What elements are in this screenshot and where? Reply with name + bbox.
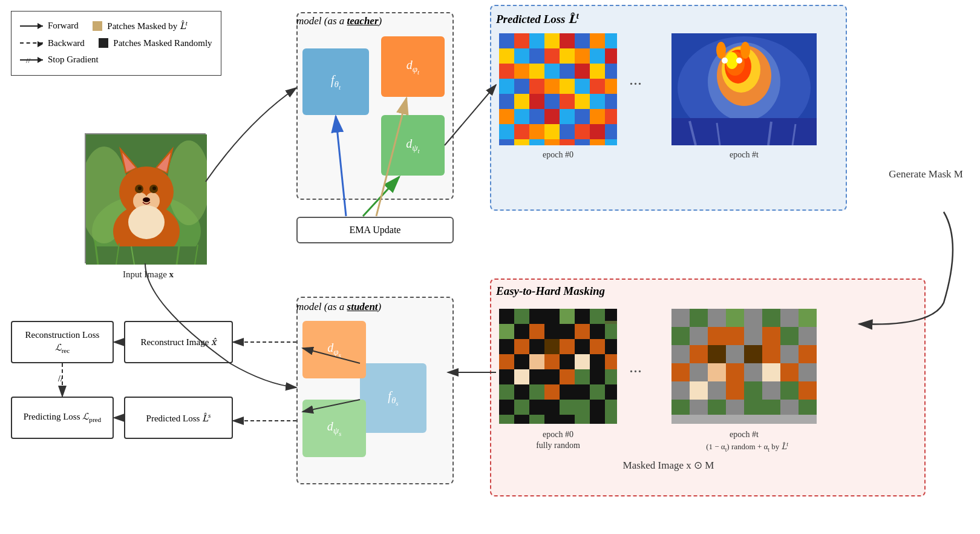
svg-rect-196: [671, 363, 690, 381]
student-d-psi-block: dψs: [302, 400, 366, 457]
reconstruction-loss-label: Reconstruction Loss ℒrec: [17, 329, 108, 356]
stop-gradient-marks: //: [58, 374, 63, 384]
svg-rect-177: [762, 309, 780, 327]
student-role: student: [347, 301, 378, 312]
svg-rect-182: [708, 327, 726, 345]
svg-rect-149: [529, 384, 544, 400]
svg-rect-85: [560, 139, 575, 145]
input-image-label: Input Image x: [88, 269, 209, 280]
svg-rect-192: [744, 345, 762, 363]
svg-rect-179: [799, 309, 817, 327]
svg-rect-121: [590, 324, 605, 339]
svg-rect-169: [590, 415, 605, 424]
svg-rect-116: [514, 324, 529, 339]
svg-rect-201: [762, 363, 780, 381]
svg-rect-143: [560, 369, 575, 384]
svg-rect-152: [575, 384, 590, 400]
svg-rect-122: [605, 324, 617, 339]
svg-rect-172: [671, 309, 690, 327]
svg-rect-217: [762, 400, 780, 415]
svg-rect-127: [560, 339, 575, 354]
svg-rect-170: [605, 415, 617, 424]
svg-point-99: [722, 58, 728, 64]
svg-rect-150: [544, 384, 560, 400]
svg-point-98: [740, 42, 750, 59]
svg-rect-56: [605, 79, 617, 94]
svg-rect-73: [499, 124, 514, 139]
student-d-phi-block: dφs: [302, 321, 366, 378]
svg-rect-188: [671, 345, 690, 363]
svg-rect-80: [605, 124, 617, 139]
svg-rect-72: [605, 109, 617, 124]
legend-backward: Backward Patches Masked Randomly: [20, 36, 212, 51]
svg-rect-139: [499, 369, 514, 384]
predicted-loss-s-box: Predicted Loss L̂s: [124, 397, 233, 439]
svg-rect-39: [590, 48, 605, 64]
svg-rect-160: [575, 400, 590, 415]
svg-rect-146: [605, 369, 617, 384]
svg-rect-159: [560, 400, 575, 415]
svg-rect-183: [726, 327, 744, 345]
svg-rect-129: [590, 339, 605, 354]
teacher-d-psi-block: dψt: [381, 115, 445, 176]
svg-rect-18: [86, 246, 207, 265]
legend-box: Forward Patches Masked by L̂t Backward P…: [11, 11, 221, 76]
reconstruct-image-box: Reconstruct Image x̂: [124, 321, 233, 363]
teacher-model-label: model (as a teacher): [296, 15, 382, 27]
svg-rect-200: [744, 363, 762, 381]
forward-arrow-icon: [20, 25, 43, 27]
svg-rect-198: [708, 363, 726, 381]
stop-gradient-arrow-icon: [20, 59, 43, 61]
svg-rect-108: [514, 309, 529, 324]
predicting-loss-box: Predicting Loss ℒpred: [11, 397, 114, 439]
svg-rect-51: [529, 79, 544, 94]
svg-rect-50: [514, 79, 529, 94]
svg-rect-119: [560, 324, 575, 339]
svg-rect-57: [499, 94, 514, 109]
svg-rect-175: [726, 309, 744, 327]
svg-rect-123: [499, 339, 514, 354]
svg-rect-186: [780, 327, 799, 345]
predicted-loss-s-label: Predicted Loss L̂s: [146, 411, 211, 425]
forward-label: Forward: [48, 18, 79, 34]
svg-rect-163: [499, 415, 514, 424]
svg-rect-70: [575, 109, 590, 124]
svg-rect-109: [529, 309, 544, 324]
generate-mask-label: Generate Mask M: [889, 168, 963, 180]
eth-dots: ...: [629, 357, 642, 377]
svg-rect-151: [560, 384, 575, 400]
svg-rect-83: [529, 139, 544, 145]
svg-rect-154: [605, 384, 617, 400]
svg-rect-74: [514, 124, 529, 139]
svg-rect-197: [690, 363, 708, 381]
svg-rect-110: [544, 309, 560, 324]
svg-point-97: [716, 42, 726, 59]
svg-rect-46: [575, 64, 590, 79]
svg-rect-138: [605, 354, 617, 369]
svg-rect-54: [575, 79, 590, 94]
svg-point-15: [152, 186, 156, 190]
svg-rect-142: [544, 369, 560, 384]
svg-rect-37: [560, 48, 575, 64]
svg-rect-81: [499, 139, 514, 145]
svg-rect-65: [499, 109, 514, 124]
svg-rect-67: [529, 109, 544, 124]
predicted-loss-epocht-image: [671, 33, 817, 145]
svg-rect-203: [799, 363, 817, 381]
svg-rect-165: [529, 415, 544, 424]
svg-rect-31: [590, 33, 605, 48]
svg-rect-32: [605, 33, 617, 48]
easy-to-hard-title: Easy-to-Hard Masking: [496, 285, 605, 298]
svg-rect-153: [590, 384, 605, 400]
svg-rect-25: [499, 33, 514, 48]
svg-rect-113: [590, 309, 605, 324]
predicting-loss-label: Predicting Loss ℒpred: [24, 410, 102, 425]
svg-rect-126: [544, 339, 560, 354]
svg-rect-114: [605, 309, 617, 321]
svg-rect-209: [762, 381, 780, 400]
svg-rect-208: [744, 381, 762, 400]
eth-epocht-sublabel: (1 − αt) random + αt by L̂t: [671, 441, 823, 453]
teacher-f-block: fθt: [302, 48, 369, 115]
student-f-block: fθs: [360, 363, 426, 433]
svg-rect-130: [605, 339, 617, 354]
